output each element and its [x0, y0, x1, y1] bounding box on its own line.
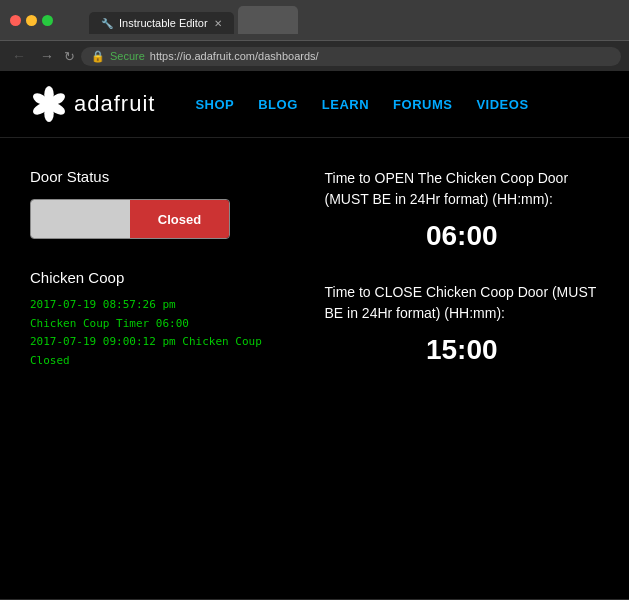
minimize-window-button[interactable]	[26, 15, 37, 26]
url-main: https://io.adafruit.com/	[150, 50, 258, 62]
adafruit-logo-icon	[30, 85, 68, 123]
tab-close-button[interactable]: ✕	[214, 18, 222, 29]
logo-area: adafruit	[30, 85, 155, 123]
browser-titlebar: 🔧 Instructable Editor ✕	[0, 0, 629, 40]
back-button[interactable]: ←	[8, 46, 30, 66]
active-tab[interactable]: 🔧 Instructable Editor ✕	[89, 12, 234, 34]
nav-videos[interactable]: VIDEOS	[476, 97, 528, 112]
close-time-label: Time to CLOSE Chicken Coop Door (MUST BE…	[325, 282, 600, 324]
open-time-value: 06:00	[325, 220, 600, 252]
nav-blog[interactable]: BLOG	[258, 97, 298, 112]
close-time-section: Time to CLOSE Chicken Coop Door (MUST BE…	[325, 282, 600, 366]
site-nav: SHOP BLOG LEARN FORUMS VIDEOS	[195, 97, 528, 112]
site-header: adafruit SHOP BLOG LEARN FORUMS VIDEOS	[0, 71, 629, 138]
log-line-3: 2017-07-19 09:00:12 pm Chicken Coup	[30, 333, 305, 352]
close-time-value: 15:00	[325, 334, 600, 366]
nav-forums[interactable]: FORUMS	[393, 97, 452, 112]
open-time-label: Time to OPEN The Chicken Coop Door (MUST…	[325, 168, 600, 210]
traffic-lights	[10, 15, 53, 26]
secure-lock-icon: 🔒	[91, 50, 105, 63]
browser-chrome: 🔧 Instructable Editor ✕ ← → ↻ 🔒 Secure h…	[0, 0, 629, 71]
tab-favicon: 🔧	[101, 18, 113, 29]
open-time-section: Time to OPEN The Chicken Coop Door (MUST…	[325, 168, 600, 252]
maximize-window-button[interactable]	[42, 15, 53, 26]
refresh-button[interactable]: ↻	[64, 49, 75, 64]
chicken-coop-title: Chicken Coop	[30, 269, 305, 286]
logo-text: adafruit	[74, 91, 155, 117]
site-content: Door Status Closed Chicken Coop 2017-07-…	[0, 138, 629, 426]
log-line-1: 2017-07-19 08:57:26 pm	[30, 296, 305, 315]
site-wrapper: adafruit SHOP BLOG LEARN FORUMS VIDEOS D…	[0, 71, 629, 599]
log-line-2: Chicken Coup Timer 06:00	[30, 315, 305, 334]
url-suffix: dashboards/	[258, 50, 319, 62]
right-panel: Time to OPEN The Chicken Coop Door (MUST…	[325, 168, 600, 396]
close-window-button[interactable]	[10, 15, 21, 26]
secure-label: Secure	[110, 50, 145, 62]
nav-shop[interactable]: SHOP	[195, 97, 234, 112]
svg-point-6	[44, 99, 54, 109]
door-status-toggle[interactable]: Closed	[30, 199, 230, 239]
log-line-4: Closed	[30, 352, 305, 371]
door-status-title: Door Status	[30, 168, 305, 185]
chicken-coop-log: 2017-07-19 08:57:26 pm Chicken Coup Time…	[30, 296, 305, 371]
forward-button[interactable]: →	[36, 46, 58, 66]
toggle-closed-side[interactable]: Closed	[130, 200, 229, 238]
left-panel: Door Status Closed Chicken Coop 2017-07-…	[30, 168, 305, 396]
url-text: https://io.adafruit.com/dashboards/	[150, 50, 611, 62]
toggle-open-side[interactable]	[31, 200, 130, 238]
inactive-tab[interactable]	[238, 6, 298, 34]
nav-learn[interactable]: LEARN	[322, 97, 369, 112]
browser-toolbar: ← → ↻ 🔒 Secure https://io.adafruit.com/d…	[0, 40, 629, 71]
address-bar[interactable]: 🔒 Secure https://io.adafruit.com/dashboa…	[81, 47, 621, 66]
tab-label: Instructable Editor	[119, 17, 208, 29]
